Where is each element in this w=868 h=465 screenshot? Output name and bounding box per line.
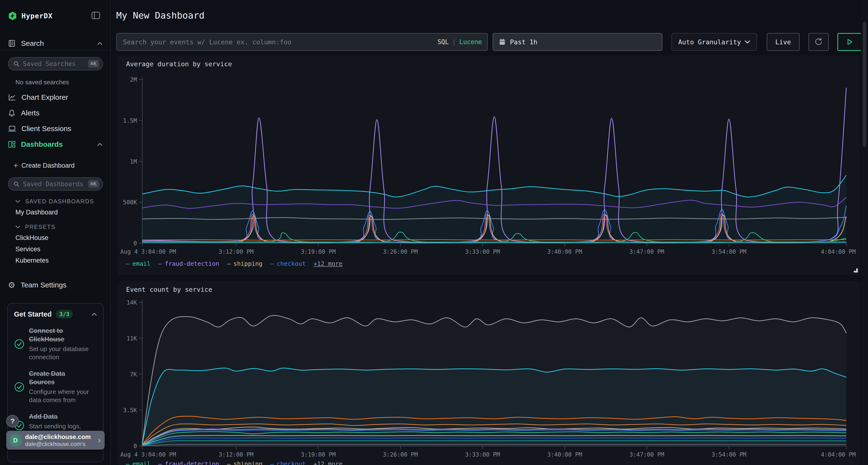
get-started-header[interactable]: Get Started 3/3 [14, 310, 97, 319]
x-tick-label: 3:12:00 PM [219, 248, 253, 255]
y-tick-label: 1.5M [123, 117, 137, 124]
gear-icon: ⚙ [8, 281, 15, 289]
search-icon [13, 61, 20, 67]
x-tick-label: 3:54:00 PM [712, 248, 746, 255]
toggle-divider: | [452, 38, 456, 45]
chart-legend: —email—fraud-detection—shipping—checkout… [126, 260, 343, 267]
get-started-title: Get Started [14, 310, 52, 318]
y-tick-label: 11K [127, 335, 137, 342]
run-query-button[interactable] [837, 33, 863, 51]
sidebar-item-dashboards[interactable]: Dashboards [8, 137, 102, 152]
collapse-sidebar-icon[interactable] [91, 11, 100, 19]
refresh-button[interactable] [808, 33, 829, 51]
y-tick-label: 2M [130, 76, 137, 83]
get-started-item-sources[interactable]: Create Data Sources Configure where your… [14, 370, 97, 404]
legend-label: checkout [277, 460, 306, 465]
chevron-right-icon: › [98, 436, 101, 444]
legend-item-fraud-detection[interactable]: —fraud-detection [158, 260, 219, 267]
legend-item-shipping[interactable]: —shipping [227, 260, 262, 267]
user-subtitle: dale@clickhouse.com's [25, 441, 98, 447]
section-title: SAVED DASHBOARDS [25, 198, 94, 205]
y-tick-label: 1M [130, 158, 137, 165]
legend-label: email [132, 460, 151, 465]
sidebar-item-chart-explorer[interactable]: Chart Explorer [8, 90, 102, 105]
legend-item-checkout[interactable]: —checkout [270, 260, 306, 267]
x-tick-label: 3:33:00 PM [465, 451, 500, 458]
x-tick-label: 3:19:00 PM [301, 248, 336, 255]
help-button[interactable]: ? [6, 415, 19, 427]
granularity-value: Auto Granularity [678, 38, 745, 46]
shortcut-badge: ⌘K [88, 60, 99, 68]
saved-searches-input[interactable]: Saved Searches ⌘K [8, 57, 103, 70]
search-section-label: Search [21, 39, 44, 47]
calendar-icon [499, 38, 506, 45]
user-email: dale@clickhouse.com [25, 433, 98, 441]
chevron-up-icon [97, 42, 102, 45]
legend-dash-icon: — [126, 460, 129, 465]
user-menu[interactable]: D dale@clickhouse.com dale@clickhouse.co… [6, 431, 105, 450]
create-dashboard-button[interactable]: + Create Dashboard [13, 160, 102, 171]
granularity-select[interactable]: Auto Granularity [672, 33, 757, 51]
x-tick-label: 3:26:00 PM [383, 248, 418, 255]
chevron-down-icon [745, 40, 750, 44]
search-input[interactable] [117, 33, 437, 51]
sidebar-item-label: Dashboards [21, 140, 63, 148]
sidebar-divider [0, 50, 111, 51]
sidebar-item-kubernetes[interactable]: Kubernetes [16, 257, 49, 264]
sidebar-item-label: Team Settings [21, 281, 66, 289]
legend-more-link[interactable]: +12 more [313, 460, 342, 465]
get-started-progress-badge: 3/3 [56, 310, 73, 319]
time-range-picker[interactable]: Past 1h [493, 33, 662, 51]
legend-dash-icon: — [126, 260, 129, 267]
sql-toggle[interactable]: SQL [437, 38, 449, 45]
presets-section-header[interactable]: PRESETS [16, 224, 56, 230]
legend-item-checkout[interactable]: —checkout [270, 460, 306, 465]
panel-resize-handle[interactable] [854, 268, 858, 272]
y-tick-label: 14K [127, 299, 137, 306]
y-tick-label: 0 [133, 443, 137, 450]
duration-chart-panel: Average duration by service 2M1.5M1M500K… [118, 56, 860, 275]
sidebar-item-alerts[interactable]: Alerts [8, 105, 102, 121]
laptop-icon [8, 125, 16, 132]
search-section-header[interactable]: Search [8, 38, 102, 48]
scrollbar-thumb[interactable] [863, 22, 866, 147]
legend-item-email[interactable]: —email [126, 260, 151, 267]
legend-more-link[interactable]: +12 more [313, 260, 342, 267]
chevron-down-icon [16, 200, 20, 203]
app-title: HyperDX [22, 12, 53, 20]
chevron-up-icon [92, 313, 97, 316]
no-saved-searches-text: No saved searches [16, 78, 69, 86]
x-tick-label: 3:40:00 PM [547, 248, 582, 255]
x-tick-label: 3:54:00 PM [712, 451, 746, 458]
get-started-item-title: Create Data Sources [29, 370, 91, 387]
sidebar-item-my-dashboard[interactable]: My Dashboard [16, 209, 58, 216]
get-started-item-desc: Configure where your data comes from [29, 388, 91, 404]
lucene-toggle[interactable]: Lucene [459, 38, 482, 45]
sidebar-item-label: Alerts [21, 109, 39, 117]
sidebar-item-services[interactable]: Services [16, 245, 40, 253]
saved-dashboards-input[interactable]: Saved Dashboards ⌘K [8, 177, 103, 191]
legend-dash-icon: — [270, 460, 274, 465]
x-tick-label: 3:26:00 PM [383, 451, 418, 458]
sidebar-item-clickhouse[interactable]: ClickHouse [16, 234, 49, 242]
x-tick-label: 3:47:00 PM [629, 248, 664, 255]
live-button[interactable]: Live [767, 33, 800, 51]
saved-searches-placeholder: Saved Searches [23, 60, 88, 67]
sidebar-item-client-sessions[interactable]: Client Sessions [8, 121, 102, 136]
dashboards-grid-icon [8, 140, 16, 148]
event-count-chart: 14K11K7K3.5K0Aug 4 3:04:00 PM3:12:00 PM3… [118, 281, 860, 465]
legend-item-fraud-detection[interactable]: —fraud-detection [158, 460, 219, 465]
legend-item-email[interactable]: —email [126, 460, 151, 465]
sidebar-item-team-settings[interactable]: ⚙ Team Settings [8, 279, 102, 291]
series-fill-cyan-count [142, 368, 846, 446]
page-scrollbar [861, 0, 868, 465]
legend-label: shipping [234, 460, 262, 465]
legend-item-shipping[interactable]: —shipping [227, 460, 262, 465]
play-icon [847, 38, 853, 45]
sidebar-item-label: Chart Explorer [22, 93, 68, 101]
get-started-item-connect[interactable]: Connect to ClickHouse Set up your databa… [14, 327, 97, 361]
search-book-icon [8, 39, 16, 47]
bell-icon [8, 109, 16, 117]
y-tick-label: 3.5K [123, 407, 137, 414]
saved-dashboards-section-header[interactable]: SAVED DASHBOARDS [16, 198, 94, 205]
